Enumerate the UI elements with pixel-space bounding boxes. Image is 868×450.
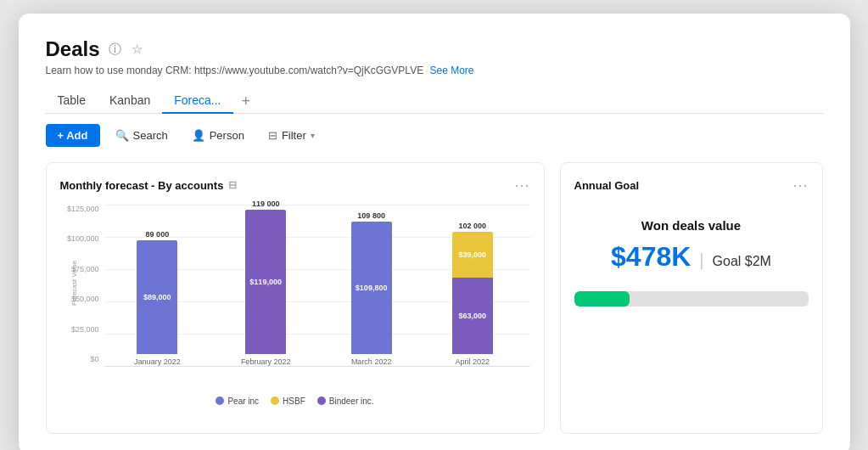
- bar-january: 89 000 $89,000 January 2022: [134, 230, 181, 366]
- bar-march: 109 800 $109,800 March 2022: [351, 211, 392, 366]
- bar-february: 119 000 $119,000 February 2022: [241, 200, 291, 366]
- chevron-down-icon: ▾: [311, 131, 315, 140]
- learn-row: Learn how to use monday CRM: https://www…: [46, 65, 823, 76]
- page-title: Deals: [46, 37, 100, 61]
- goal-value-row: $478K | Goal $2M: [574, 241, 809, 273]
- main-window: Deals ⓘ ☆ Learn how to use monday CRM: h…: [19, 14, 850, 450]
- goal-card-title: Annual Goal: [574, 179, 640, 192]
- goal-card-header: Annual Goal ···: [574, 177, 809, 194]
- legend-dot-hsbf: [271, 397, 279, 405]
- chart-filter-icon[interactable]: ⊟: [228, 179, 237, 191]
- legend-pear-inc: Pear inc: [216, 397, 259, 406]
- chart-card-header: Monthly forecast - By accounts ⊟ ···: [60, 177, 530, 194]
- bars-area: 89 000 $89,000 January 2022 119 000 $119…: [104, 205, 524, 366]
- see-more-link[interactable]: See More: [430, 65, 474, 76]
- info-icon[interactable]: ⓘ: [107, 40, 123, 59]
- goal-card: Annual Goal ··· Won deals value $478K | …: [560, 162, 823, 434]
- chart-area: Forecast Value $125,000 $100,000 $75,000…: [60, 205, 530, 391]
- bar-segment-apr-top: $39,000: [452, 232, 493, 278]
- goal-separator: |: [699, 250, 703, 270]
- goal-menu-button[interactable]: ···: [792, 177, 808, 194]
- search-icon: 🔍: [115, 129, 129, 142]
- bar-segment-apr-bot: $63,000: [452, 278, 493, 354]
- progress-bar-bg: [574, 291, 809, 307]
- progress-bar-fill: [574, 291, 630, 307]
- add-button[interactable]: + Add: [46, 124, 100, 147]
- legend-hsbf: HSBF: [271, 397, 305, 406]
- page-header: Deals ⓘ ☆: [46, 37, 823, 61]
- legend-dot-bindeer: [317, 397, 326, 405]
- legend-bindeer: Bindeer inc.: [317, 397, 374, 406]
- tab-forecast[interactable]: Foreca...: [162, 88, 232, 114]
- goal-value: $478K: [611, 241, 691, 273]
- tab-add[interactable]: +: [233, 89, 260, 114]
- goal-target: Goal $2M: [713, 254, 771, 269]
- tab-kanban[interactable]: Kanban: [98, 88, 162, 114]
- bar-segment-mar: $109,800: [351, 222, 392, 354]
- filter-icon: ⊟: [268, 129, 277, 142]
- goal-section-title: Won deals value: [574, 218, 809, 233]
- search-button[interactable]: 🔍 Search: [107, 125, 176, 146]
- person-button[interactable]: 👤 Person: [183, 125, 253, 146]
- bar-april: 102 000 $39,000 $63,000 April 2022: [452, 222, 493, 366]
- star-icon[interactable]: ☆: [130, 40, 144, 59]
- chart-menu-button[interactable]: ···: [514, 177, 529, 194]
- y-axis: $125,000 $100,000 $75,000 $50,000 $25,00…: [60, 205, 104, 364]
- legend-dot-pear: [216, 397, 224, 405]
- tabs-bar: Table Kanban Foreca... +: [46, 88, 823, 114]
- bar-segment-jan: $89,000: [137, 240, 177, 354]
- content-area: Monthly forecast - By accounts ⊟ ··· For…: [46, 162, 823, 434]
- chart-legend: Pear inc HSBF Bindeer inc.: [60, 397, 530, 406]
- tab-table[interactable]: Table: [46, 88, 98, 114]
- bar-segment-feb: $119,000: [245, 210, 286, 354]
- person-icon: 👤: [192, 129, 205, 142]
- chart-card: Monthly forecast - By accounts ⊟ ··· For…: [46, 162, 545, 434]
- bar-stack-april: $39,000 $63,000: [452, 232, 493, 354]
- toolbar: + Add 🔍 Search 👤 Person ⊟ Filter ▾: [46, 124, 823, 147]
- filter-button[interactable]: ⊟ Filter ▾: [260, 125, 323, 146]
- chart-title: Monthly forecast - By accounts ⊟: [60, 179, 238, 192]
